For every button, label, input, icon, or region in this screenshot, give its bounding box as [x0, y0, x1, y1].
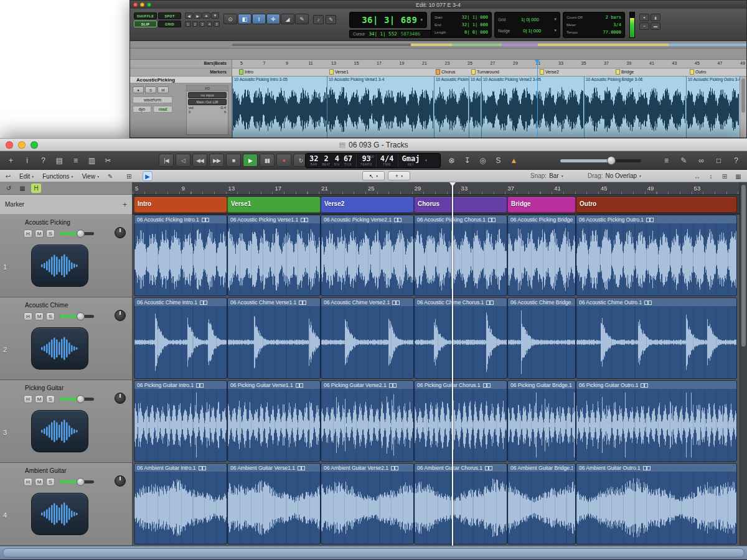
region[interactable]: 06 Picking Guitar Intro.1 — [134, 380, 227, 462]
volume-thumb[interactable] — [607, 156, 616, 165]
volume-thumb[interactable] — [77, 395, 85, 403]
track-s-button[interactable]: S — [46, 312, 55, 320]
pencil-icon[interactable]: ✎ — [326, 15, 336, 24]
region[interactable]: 06 Acoustic Picking Bridge.1 — [507, 215, 576, 296]
pan-knob[interactable] — [115, 393, 126, 404]
main-counter[interactable]: 36| 3| 689 ▾ — [349, 12, 427, 28]
link-track-icon[interactable]: ▮ — [651, 14, 660, 21]
arrangement-marker-bridge[interactable]: Bridge — [507, 197, 576, 213]
close-button[interactable] — [133, 2, 138, 7]
volume-thumb[interactable] — [77, 478, 85, 486]
bars-ruler-lane[interactable]: 5791113151719212325272931333537394143454… — [232, 60, 746, 68]
scrollbar-thumb[interactable] — [2, 548, 745, 558]
command-click-tool-selector[interactable]: + ▾ — [388, 171, 410, 180]
pan-knob[interactable] — [115, 475, 126, 487]
track-m-button[interactable]: M — [35, 395, 44, 403]
autopunch-icon[interactable]: ↧ — [461, 154, 473, 167]
help-icon[interactable]: ? — [730, 154, 742, 167]
region[interactable]: 06 Ambient Guitar Chorus.1 — [414, 463, 507, 544]
menu-edit[interactable]: Edit▾ — [19, 173, 34, 180]
timeline-marker[interactable]: Chorus — [436, 69, 456, 75]
field-value[interactable]: 2 bars — [606, 15, 621, 20]
timeline-marker[interactable]: Turnaround — [471, 69, 499, 75]
link-timeline-icon[interactable]: ● — [639, 14, 649, 21]
markers-ruler-lane[interactable]: IntroVerse1ChorusTurnaroundVerse2BridgeO… — [232, 68, 746, 76]
forward-button[interactable]: ▶▶ — [209, 154, 224, 167]
audio-region[interactable]: 10 Acoustic Picking Chorus 3-05 — [435, 77, 469, 138]
zoom-preset-1[interactable]: 1 — [185, 21, 191, 27]
track-m-button[interactable]: M — [35, 312, 44, 320]
lcd-position[interactable]: 32BAR 2BEAT 4DIV 67TICK — [306, 154, 357, 167]
audio-region[interactable]: 10 Acoustic Picking Intro 3-05 — [232, 77, 327, 138]
volume-thumb[interactable] — [77, 312, 85, 320]
logic-titlebar[interactable]: ▤ 06 093 G - Tracks — [0, 139, 747, 151]
zoom-v-icon[interactable]: ↕ — [706, 171, 716, 181]
region[interactable]: 06 Acoustic Chime Verse2.1 — [321, 297, 414, 379]
lcd-time-signature[interactable]: 4/4TIME — [377, 154, 398, 167]
apple-loops-icon[interactable]: ∞ — [695, 154, 707, 167]
menu-view[interactable]: View▾ — [82, 173, 100, 180]
zoom-right-icon[interactable]: ▶ — [194, 12, 202, 19]
metronome-icon[interactable]: ▲ — [508, 154, 520, 167]
region[interactable]: 06 Ambient Guitar Outro.1 — [576, 463, 737, 544]
marker-lane-header[interactable]: Marker + — [0, 195, 132, 215]
output-selector[interactable]: Main Out L|R — [188, 99, 227, 105]
zoom-h-icon[interactable]: ↔ — [692, 171, 702, 181]
close-button[interactable] — [6, 141, 13, 149]
quick-help-icon[interactable]: ? — [37, 154, 49, 167]
track-header-3[interactable]: 3Picking GuitarHMS — [0, 380, 132, 463]
track-button-2[interactable]: M — [157, 86, 169, 93]
zoom-window-button[interactable] — [147, 2, 151, 7]
timeline-marker[interactable]: Verse1 — [329, 69, 349, 75]
scrollbar-thumb[interactable] — [741, 78, 745, 113]
add-marker-button[interactable]: + — [123, 200, 127, 209]
stop-button[interactable]: ■ — [226, 154, 241, 167]
play-from-selection-button[interactable]: ◁ — [176, 154, 190, 167]
track-m-button[interactable]: M — [35, 478, 44, 486]
zoom-preset-4[interactable]: 4 — [207, 21, 213, 27]
field-value[interactable]: 32| 1| 000 — [462, 15, 488, 20]
scrubber-tool-icon[interactable]: ◢ — [281, 14, 294, 24]
inspector-icon[interactable]: i — [21, 154, 33, 167]
volume-readout[interactable]: vol -0.4 — [189, 106, 226, 110]
pan-readout[interactable]: 5 5 — [189, 110, 226, 114]
region[interactable]: 06 Acoustic Chime Intro.1 — [134, 297, 227, 379]
vertical-scrollbar[interactable] — [740, 77, 746, 138]
undo-icon[interactable]: ↺ — [4, 184, 14, 193]
track-h-button[interactable]: H — [24, 312, 32, 320]
track-volume-slider[interactable] — [59, 315, 94, 318]
nudge-value[interactable]: 0| 1| 000 — [523, 28, 541, 34]
field-value[interactable]: 32| 1| 000 — [462, 22, 488, 27]
track-volume-slider[interactable] — [59, 232, 94, 235]
chevron-down-icon[interactable]: ▾ — [554, 17, 557, 22]
track-button-0[interactable]: ● — [133, 86, 144, 93]
zoom-window-button[interactable] — [31, 141, 38, 149]
pencil-icon[interactable]: ✎ — [105, 171, 115, 181]
arrangement-marker-intro[interactable]: Intro — [134, 197, 227, 213]
menu-functions[interactable]: Functions▾ — [42, 173, 73, 180]
timeline-marker[interactable]: Bridge — [616, 69, 634, 75]
timeline-marker[interactable]: Verse2 — [540, 69, 559, 75]
low-latency-icon[interactable]: ◎ — [477, 154, 489, 167]
vertical-scrollbar[interactable] — [740, 182, 747, 546]
protools-titlebar[interactable]: Edit: 10 077 E 3-4 — [130, 1, 746, 9]
waveform-zoom-icon[interactable]: ⊞ — [720, 171, 730, 181]
track-h-button[interactable]: H — [24, 478, 32, 486]
record-button[interactable]: ● — [276, 154, 291, 167]
lcd-tempo[interactable]: KEEP 93TEMPO — [357, 154, 377, 167]
region[interactable]: 06 Acoustic Chime Chorus.1 — [414, 297, 507, 379]
region[interactable]: 06 Picking Guitar Chorus.1 — [414, 380, 507, 462]
mixer-icon[interactable]: ▥ — [86, 154, 98, 167]
grid-icon[interactable]: ▦ — [17, 184, 27, 193]
audio-region[interactable]: 10 Acoustic Picking Turnaround — [469, 77, 482, 138]
pan-knob[interactable] — [115, 310, 126, 321]
replace-icon[interactable]: ⊗ — [446, 154, 458, 167]
region[interactable]: 06 Ambient Guitar Verse1.1 — [227, 463, 321, 544]
audio-region[interactable]: 10 Acoustic Picking Verse1 3-4 — [327, 77, 435, 138]
volume-thumb[interactable] — [77, 230, 85, 238]
region[interactable]: 06 Acoustic Chime Verse1.1 — [227, 297, 321, 379]
minimize-button[interactable] — [18, 141, 26, 149]
automation-read-button[interactable]: read — [153, 106, 172, 113]
note-pads-icon[interactable]: ✎ — [678, 154, 690, 167]
region[interactable]: 06 Picking Guitar Bridge.1 — [507, 380, 576, 462]
